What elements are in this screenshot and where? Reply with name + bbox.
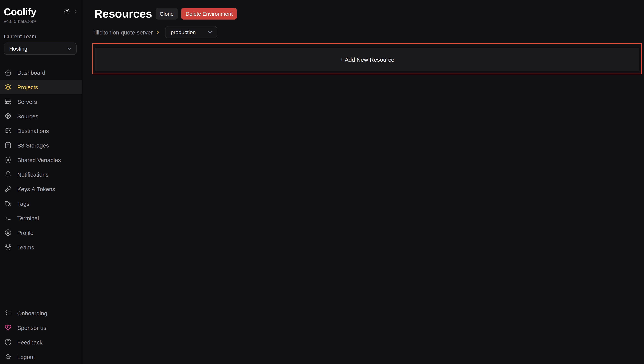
sidebar-item-keys-tokens[interactable]: Keys & Tokens [0,182,82,196]
sidebar-item-label: Projects [17,84,38,90]
breadcrumb: illicitonion quote server production [94,26,644,38]
sidebar-item-label: Keys & Tokens [17,186,55,192]
app-logo: Coolify [4,6,36,18]
sidebar-item-shared-variables[interactable]: Shared Variables [0,152,82,167]
team-select[interactable]: Hosting [4,42,76,55]
heart-handshake-icon [4,324,12,332]
help-circle-icon [4,338,12,346]
team-select-value: Hosting [9,46,28,52]
sidebar-item-label: Dashboard [17,69,46,76]
sidebar-item-label: Destinations [17,128,49,134]
git-diamond-icon [4,112,12,120]
sidebar-item-feedback[interactable]: Feedback [0,335,82,350]
chevron-right-icon [155,30,160,35]
sidebar-item-destinations[interactable]: Destinations [0,124,82,138]
sidebar-item-label: Notifications [17,171,48,178]
logout-icon [4,353,12,360]
sidebar-item-label: Logout [17,354,35,360]
environment-select[interactable]: production [165,26,217,38]
main-content: Resources Clone Delete Environment illic… [82,0,644,364]
server-icon [4,98,12,105]
sidebar-item-label: Feedback [17,339,42,346]
sidebar-item-projects[interactable]: Projects [0,80,82,94]
add-new-resource-button[interactable]: + Add New Resource [95,48,640,71]
tags-icon [4,200,12,207]
sidebar-item-label: Profile [17,229,34,236]
sidebar-item-terminal[interactable]: Terminal [0,211,82,225]
variable-icon [4,156,12,164]
layers-icon [4,83,12,91]
sidebar-item-s3-storages[interactable]: S3 Storages [0,138,82,152]
sidebar-item-label: Servers [17,98,37,105]
sidebar-item-profile[interactable]: Profile [0,225,82,240]
users-group-icon [4,243,12,251]
sidebar-item-label: S3 Storages [17,142,49,148]
sidebar-item-sources[interactable]: Sources [0,109,82,124]
terminal-icon [4,214,12,222]
sidebar-item-label: Sources [17,113,38,119]
chevron-down-icon [66,46,72,52]
annotation-highlight-box: + Add New Resource [92,43,642,74]
bell-icon [4,170,12,178]
app-version: v4.0.0-beta.399 [4,19,78,24]
sidebar-footer-nav: OnboardingSponsor usFeedbackLogout [0,306,82,364]
sidebar-item-label: Sponsor us [17,324,46,331]
theme-selector-icon[interactable] [73,8,78,14]
sidebar-item-label: Tags [17,200,29,207]
sidebar-nav: DashboardProjectsServersSourcesDestinati… [0,65,82,254]
map-x-icon [4,127,12,134]
logo-row: Coolify [4,6,78,18]
page-header: Resources Clone Delete Environment [94,6,644,22]
chevron-down-icon [207,29,213,35]
sun-icon[interactable] [64,8,70,14]
sidebar-item-onboarding[interactable]: Onboarding [0,306,82,320]
environment-select-value: production [171,29,196,35]
delete-environment-button[interactable]: Delete Environment [182,8,237,20]
database-icon [4,142,12,149]
user-circle-icon [4,229,12,236]
coolify-app: Coolify v4.0.0-beta.399 Current Team Hos… [0,0,644,364]
current-team-label: Current Team [4,33,78,40]
key-icon [4,185,12,193]
clone-button[interactable]: Clone [155,8,178,20]
page-title: Resources [94,7,152,20]
sidebar-item-tags[interactable]: Tags [0,196,82,211]
sidebar-item-servers[interactable]: Servers [0,94,82,109]
sidebar-item-notifications[interactable]: Notifications [0,167,82,182]
home-icon [4,68,12,76]
sidebar-top: Coolify v4.0.0-beta.399 Current Team Hos… [0,0,82,55]
sidebar: Coolify v4.0.0-beta.399 Current Team Hos… [0,0,82,364]
sidebar-item-logout[interactable]: Logout [0,350,82,364]
sidebar-item-label: Shared Variables [17,156,61,163]
list-check-icon [4,309,12,317]
sidebar-item-label: Terminal [17,215,39,221]
sidebar-item-label: Onboarding [17,310,47,316]
sidebar-item-label: Teams [17,244,34,250]
sidebar-item-dashboard[interactable]: Dashboard [0,65,82,80]
sidebar-item-teams[interactable]: Teams [0,240,82,254]
theme-controls [64,8,78,14]
breadcrumb-project-link[interactable]: illicitonion quote server [94,29,153,36]
sidebar-item-sponsor-us[interactable]: Sponsor us [0,320,82,335]
